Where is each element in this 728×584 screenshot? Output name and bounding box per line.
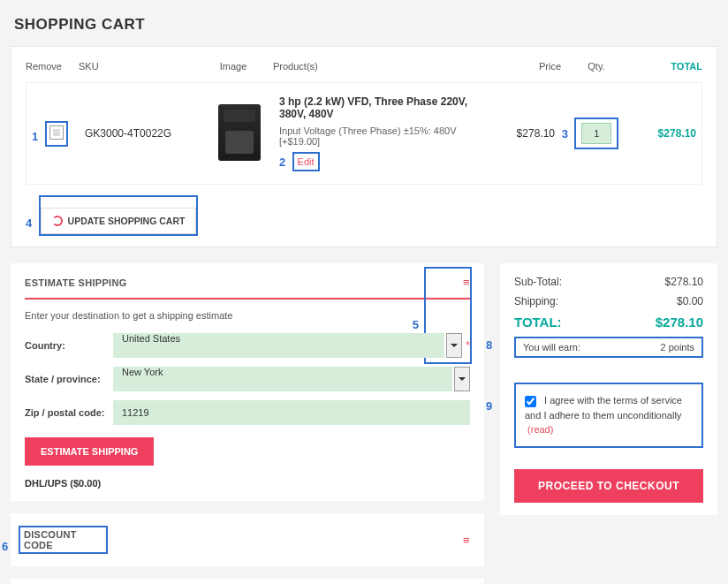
remove-checkbox[interactable]: [49, 125, 64, 140]
callout-marker-4: 4: [26, 216, 32, 230]
update-cart-label: UPDATE SHOPPING CART: [68, 216, 186, 226]
terms-text: I agree with the terms of service and I …: [525, 395, 682, 421]
terms-read-link[interactable]: (read): [527, 424, 553, 435]
col-sku-header: SKU: [79, 61, 193, 72]
refresh-icon: [52, 216, 63, 226]
edit-link[interactable]: Edit: [298, 156, 315, 167]
product-name: 3 hp (2.2 kW) VFD, Three Phase 220V, 380…: [279, 95, 484, 120]
item-total: $278.10: [626, 127, 696, 140]
update-cart-button[interactable]: UPDATE SHOPPING CART: [41, 208, 197, 234]
col-qty-header: Qty.: [561, 61, 632, 72]
totals-section: Sub-Total: $278.10 Shipping: $0.00 TOTAL…: [500, 263, 717, 515]
item-price: $278.10: [484, 127, 555, 140]
state-select[interactable]: New York: [113, 367, 452, 391]
col-product-header: Product(s): [273, 61, 490, 72]
product-option: Input Voltage (Three Phase) ±15%: 480V […: [279, 125, 484, 147]
callout-marker-8: 8: [486, 338, 492, 352]
callout-marker-3: 3: [562, 127, 568, 140]
col-price-header: Price: [490, 61, 561, 72]
subtotal-label: Sub-Total:: [514, 276, 562, 288]
shipping-method: DHL/UPS ($0.00): [25, 478, 470, 489]
discount-heading: DISCOUNT CODE: [24, 529, 77, 550]
discount-code-section: 6 DISCOUNT CODE ≡: [11, 513, 484, 566]
subtotal-value: $278.10: [665, 276, 703, 288]
estimate-heading: ESTIMATE SHIPPING: [25, 277, 127, 288]
country-select[interactable]: United States: [113, 333, 444, 358]
required-indicator: *: [466, 339, 470, 352]
cart-panel: Remove SKU Image Product(s) Price Qty. T…: [11, 46, 717, 247]
estimate-hint: Enter your destination to get a shipping…: [25, 310, 470, 321]
callout-marker-1: 1: [32, 130, 38, 143]
callout-marker-5: 5: [413, 318, 419, 331]
section-divider: [25, 298, 470, 300]
proceed-checkout-button[interactable]: PROCEED TO CHECKOUT: [514, 469, 703, 503]
cart-row: 1 GK3000-4T0022G 3 hp (2.2 kW) VFD, Thre…: [26, 82, 702, 185]
zip-input[interactable]: [113, 400, 470, 425]
product-image: [218, 104, 261, 161]
qty-input[interactable]: [581, 123, 611, 144]
earn-label: You will earn:: [523, 342, 580, 353]
estimate-shipping-section: ESTIMATE SHIPPING ≡ Enter your destinati…: [11, 263, 484, 501]
col-remove-header: Remove: [26, 61, 79, 72]
cart-header-row: Remove SKU Image Product(s) Price Qty. T…: [26, 57, 702, 82]
earn-value: 2 points: [660, 342, 694, 353]
dropdown-arrow-icon[interactable]: [446, 333, 462, 358]
page-title: SHOPPING CART: [14, 16, 717, 34]
shipping-label: Shipping:: [514, 295, 558, 307]
section-toggle-icon[interactable]: ≡: [463, 534, 470, 547]
col-total-header: TOTAL: [632, 61, 702, 72]
terms-agree-box: I agree with the terms of service and I …: [514, 383, 703, 448]
callout-marker-6: 6: [2, 540, 9, 553]
estimate-shipping-button[interactable]: ESTIMATE SHIPPING: [25, 437, 154, 466]
callout-marker-2: 2: [279, 155, 285, 169]
terms-checkbox[interactable]: [525, 396, 536, 407]
gift-cards-section: 7 GIFT CARDS ≡: [11, 579, 484, 584]
total-value: $278.10: [656, 315, 703, 330]
shipping-value: $0.00: [677, 295, 703, 307]
callout-marker-9: 9: [486, 399, 492, 413]
zip-label: Zip / postal code:: [25, 407, 113, 418]
state-label: State / province:: [25, 374, 113, 384]
earn-row: You will earn: 2 points: [514, 337, 703, 358]
total-label: TOTAL:: [514, 315, 562, 330]
col-image-header: Image: [193, 61, 273, 72]
country-label: Country:: [25, 340, 113, 351]
dropdown-arrow-icon[interactable]: [454, 367, 470, 391]
item-sku: GK3000-4T0022G: [85, 127, 200, 140]
